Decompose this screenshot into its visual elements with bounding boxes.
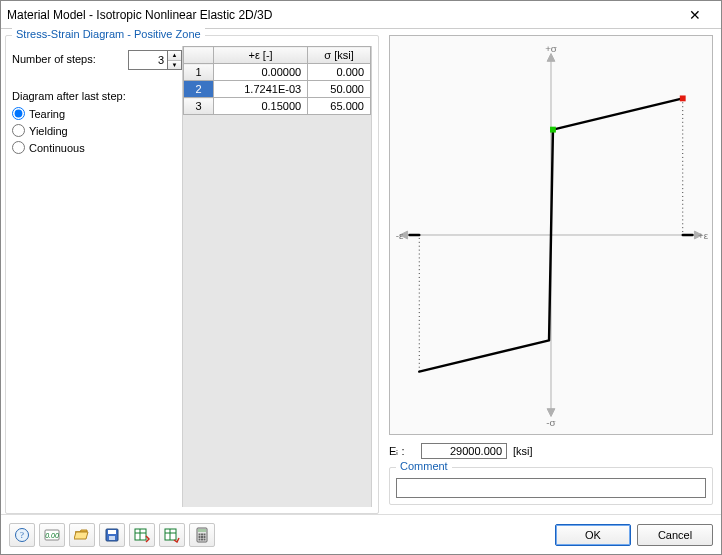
group-title: Stress-Strain Diagram - Positive Zone bbox=[12, 28, 205, 40]
axis-label-top: +σ bbox=[545, 43, 557, 54]
svg-marker-2 bbox=[547, 409, 555, 417]
svg-text:?: ? bbox=[20, 530, 24, 540]
svg-rect-25 bbox=[199, 533, 201, 535]
svg-rect-27 bbox=[204, 533, 206, 535]
table-column: +ε [-] σ [ksi] 1 0.00000 0.000 2 1.7241E… bbox=[182, 46, 372, 507]
axis-label-bottom: -σ bbox=[546, 417, 555, 428]
svg-marker-1 bbox=[547, 54, 555, 62]
calculator-icon bbox=[194, 527, 210, 543]
radio-yielding-input[interactable] bbox=[12, 124, 25, 137]
radio-tearing-label: Tearing bbox=[29, 108, 65, 120]
radio-continuous-label: Continuous bbox=[29, 142, 85, 154]
axis-label-left: -ε bbox=[396, 230, 404, 241]
ok-button[interactable]: OK bbox=[555, 524, 631, 546]
table-row-number: 3 bbox=[184, 98, 214, 115]
radio-yielding[interactable]: Yielding bbox=[12, 124, 182, 137]
cancel-button[interactable]: Cancel bbox=[637, 524, 713, 546]
open-button[interactable] bbox=[69, 523, 95, 547]
export-table-button[interactable] bbox=[159, 523, 185, 547]
comment-group-title: Comment bbox=[396, 460, 452, 472]
svg-text:0.00: 0.00 bbox=[45, 532, 59, 539]
table-cell-sigma[interactable]: 50.000 bbox=[308, 81, 371, 98]
table-cell-eps[interactable]: 0.00000 bbox=[214, 64, 308, 81]
table-empty-area bbox=[183, 115, 371, 507]
close-icon[interactable]: ✕ bbox=[675, 7, 715, 23]
stepper-up-icon[interactable]: ▲ bbox=[168, 51, 181, 61]
save-file-button[interactable] bbox=[99, 523, 125, 547]
svg-rect-29 bbox=[201, 536, 203, 538]
floppy-disk-icon bbox=[104, 527, 120, 543]
table-cell-eps[interactable]: 1.7241E-03 bbox=[214, 81, 308, 98]
svg-rect-28 bbox=[199, 536, 201, 538]
table-row[interactable]: 3 0.15000 65.000 bbox=[184, 98, 371, 115]
diagram-svg: +σ -σ -ε +ε bbox=[390, 36, 712, 434]
table-row-number: 2 bbox=[184, 81, 214, 98]
marker-green-icon bbox=[550, 127, 556, 133]
stepper-spin[interactable]: ▲ ▼ bbox=[168, 50, 182, 70]
table-row[interactable]: 2 1.7241E-03 50.000 bbox=[184, 81, 371, 98]
svg-rect-33 bbox=[204, 538, 206, 540]
radio-yielding-label: Yielding bbox=[29, 125, 68, 137]
number-of-steps-row: Number of steps: ▲ ▼ bbox=[12, 50, 182, 70]
table-header-row: +ε [-] σ [ksi] bbox=[184, 47, 371, 64]
controls-column: Number of steps: ▲ ▼ Diagram after last … bbox=[12, 46, 182, 507]
title-bar: Material Model - Isotropic Nonlinear Ela… bbox=[1, 1, 721, 29]
radio-tearing[interactable]: Tearing bbox=[12, 107, 182, 120]
modulus-row: Eᵢ : [ksi] bbox=[389, 443, 713, 459]
table-row[interactable]: 1 0.00000 0.000 bbox=[184, 64, 371, 81]
table-import-icon bbox=[134, 527, 150, 543]
table-export-icon bbox=[164, 527, 180, 543]
content-area: Stress-Strain Diagram - Positive Zone Nu… bbox=[1, 29, 721, 514]
number-of-steps-stepper[interactable]: ▲ ▼ bbox=[128, 50, 182, 70]
calculator-button[interactable] bbox=[189, 523, 215, 547]
table-cell-sigma[interactable]: 65.000 bbox=[308, 98, 371, 115]
right-panel: +σ -σ -ε +ε bbox=[381, 29, 721, 514]
svg-rect-31 bbox=[199, 538, 201, 540]
comment-input[interactable] bbox=[396, 478, 706, 498]
stepper-down-icon[interactable]: ▼ bbox=[168, 61, 181, 70]
decimals-icon: 0.00 bbox=[44, 527, 60, 543]
svg-rect-30 bbox=[204, 536, 206, 538]
help-icon: ? bbox=[14, 527, 30, 543]
table-cell-sigma[interactable]: 0.000 bbox=[308, 64, 371, 81]
footer: ? 0.00 OK Cancel bbox=[1, 514, 721, 554]
marker-red-icon bbox=[680, 95, 686, 101]
number-of-steps-label: Number of steps: bbox=[12, 53, 128, 66]
units-button[interactable]: 0.00 bbox=[39, 523, 65, 547]
modulus-input[interactable] bbox=[421, 443, 507, 459]
svg-rect-24 bbox=[198, 529, 206, 532]
table-cell-eps[interactable]: 0.15000 bbox=[214, 98, 308, 115]
axis-label-right: +ε bbox=[698, 230, 709, 241]
svg-rect-32 bbox=[201, 538, 203, 540]
table-row-number: 1 bbox=[184, 64, 214, 81]
radio-tearing-input[interactable] bbox=[12, 107, 25, 120]
diagram-after-last-step-group: Tearing Yielding Continuous bbox=[12, 107, 182, 154]
stress-strain-table[interactable]: +ε [-] σ [ksi] 1 0.00000 0.000 2 1.7241E… bbox=[183, 46, 371, 115]
left-panel: Stress-Strain Diagram - Positive Zone Nu… bbox=[1, 29, 381, 514]
stress-strain-diagram: +σ -σ -ε +ε bbox=[389, 35, 713, 435]
modulus-label: Eᵢ : bbox=[389, 445, 415, 458]
comment-group: Comment bbox=[389, 467, 713, 505]
window-title: Material Model - Isotropic Nonlinear Ela… bbox=[7, 8, 675, 22]
table-header-sigma: σ [ksi] bbox=[308, 47, 371, 64]
help-button[interactable]: ? bbox=[9, 523, 35, 547]
table-header-eps: +ε [-] bbox=[214, 47, 308, 64]
radio-continuous[interactable]: Continuous bbox=[12, 141, 182, 154]
table-header-blank bbox=[184, 47, 214, 64]
stress-strain-group: Stress-Strain Diagram - Positive Zone Nu… bbox=[5, 35, 379, 514]
folder-open-icon bbox=[74, 527, 90, 543]
number-of-steps-input[interactable] bbox=[128, 50, 168, 70]
svg-rect-16 bbox=[109, 536, 115, 540]
import-table-button[interactable] bbox=[129, 523, 155, 547]
svg-rect-26 bbox=[201, 533, 203, 535]
svg-rect-15 bbox=[108, 530, 116, 534]
radio-continuous-input[interactable] bbox=[12, 141, 25, 154]
diagram-after-last-step-label: Diagram after last step: bbox=[12, 90, 182, 103]
modulus-unit: [ksi] bbox=[513, 445, 533, 457]
